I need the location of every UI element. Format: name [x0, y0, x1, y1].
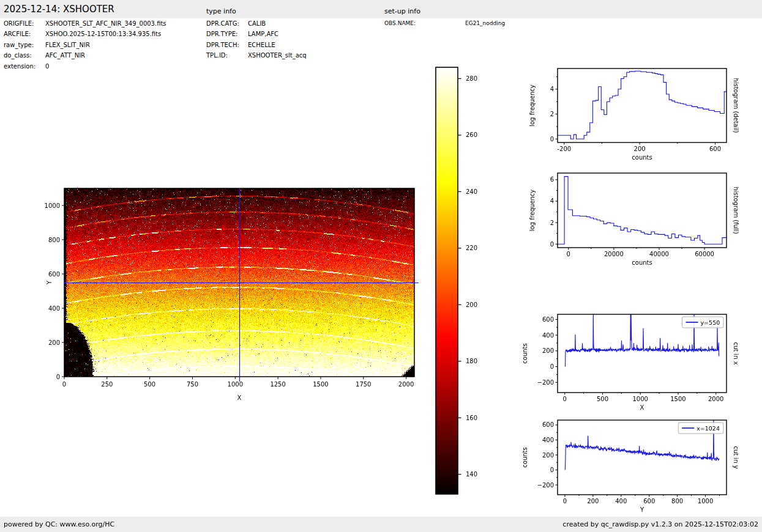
axis-text: 600	[709, 146, 721, 152]
meta-value: AFC_ATT_NIR	[45, 52, 85, 59]
meta-label: DPR.CATG:	[206, 20, 239, 27]
meta-label: extension:	[4, 63, 35, 70]
meta-label: DPR.TYPE:	[206, 31, 237, 37]
data-line	[558, 71, 727, 139]
axis-text: 140	[466, 471, 477, 478]
type-info-header: type info	[206, 7, 236, 15]
axis-text: 180	[466, 358, 477, 364]
meta-value: XSHOOTER_slt_acq	[248, 52, 307, 59]
axis-text: 400	[615, 498, 627, 504]
axis-text: 280	[466, 75, 477, 82]
meta-label: ORIGFILE:	[4, 20, 34, 27]
axis-text: histogram (detail)	[733, 78, 739, 133]
axis-text: 600	[542, 316, 554, 323]
data-line	[565, 418, 719, 470]
qc-report-page: 2025-12-14: XSHOOTER type info set-up in…	[0, 0, 762, 532]
axis-text: 0	[550, 363, 554, 370]
axis-text: log frequency	[529, 190, 536, 232]
axis-text: 400	[542, 332, 554, 339]
plot-histogram-full: 02000040000600000246countslog frequencyh…	[529, 173, 739, 266]
axis-text: 200	[542, 452, 554, 459]
axis-text: 750	[187, 381, 198, 388]
axis-text: 800	[671, 498, 683, 504]
meta-label: ARCFILE:	[4, 31, 31, 37]
axis-text: 2	[550, 220, 554, 226]
axis-text: 200	[634, 146, 646, 152]
axis-text: 1000	[228, 381, 243, 388]
axis-text: 1000	[45, 202, 60, 209]
axis-text: 200	[48, 339, 60, 346]
axis-text: 0	[550, 136, 554, 142]
axis-text: 1500	[313, 381, 328, 388]
setup-info-header: set-up info	[384, 7, 420, 15]
axis-text: histogram (full)	[733, 187, 739, 234]
axis-text: 2000	[708, 396, 723, 402]
axis-text: 250	[101, 381, 113, 388]
axis-text: counts	[521, 343, 528, 363]
axis-text: 0	[567, 251, 570, 257]
axis-text: 240	[466, 188, 477, 195]
axis-text: 1000	[632, 396, 648, 402]
meta-label: OBS.NAME:	[384, 20, 416, 26]
axis-text: 500	[144, 381, 155, 388]
axis-text: 1500	[670, 396, 685, 402]
axis-text: cut in y	[733, 446, 739, 468]
axis-text: 0	[56, 374, 60, 380]
axis-text: log frequency	[529, 84, 536, 127]
axis-text: 800	[48, 237, 60, 243]
meta-label: DPR.TECH:	[206, 42, 239, 48]
header-bar: 2025-12-14: XSHOOTER type info set-up in…	[0, 0, 762, 18]
axis-text: 160	[466, 415, 477, 421]
axis-text: 20000	[604, 251, 624, 257]
axis-text: y=550	[701, 319, 720, 326]
axis-text: 0	[62, 381, 66, 388]
axis-text: 1250	[270, 381, 285, 388]
axis-text: 40000	[649, 251, 669, 257]
axis-text: 1000	[698, 498, 713, 504]
page-title: 2025-12-14: XSHOOTER	[4, 4, 114, 15]
meta-label: TPL.ID:	[206, 52, 228, 59]
axis-text: X	[237, 394, 242, 401]
axis-text: 600	[643, 498, 655, 504]
legend: x=1024	[678, 423, 723, 434]
axis-text: 260	[466, 131, 477, 138]
axis-text: X	[640, 404, 644, 411]
axis-text: −200	[537, 379, 554, 386]
axis-text: 6	[550, 176, 554, 183]
plot-histogram-detail: -200200600024countslog frequencyhistogra…	[529, 68, 739, 161]
meta-value: CALIB	[248, 20, 266, 27]
meta-label: do_class:	[4, 52, 32, 59]
axis-text: 220	[466, 245, 477, 251]
axis-text: 600	[48, 271, 60, 278]
axis-text: 600	[542, 421, 554, 428]
data-line	[558, 177, 727, 245]
axis-text: 0	[563, 396, 567, 402]
axis-text: 2000	[398, 381, 414, 388]
meta-value: XSHOO.2025-12-15T00:13:34.935.fits	[45, 31, 161, 37]
axis-text: 1750	[356, 381, 371, 388]
axis-text: 200	[587, 498, 599, 504]
axis-text: 200	[542, 347, 554, 354]
footer-credit-qc: powered by QC: www.eso.org/HC	[4, 520, 114, 528]
meta-value: EG21_nodding	[465, 20, 505, 26]
meta-value: 0	[45, 63, 49, 70]
axis-text: cut in x	[733, 342, 739, 364]
axis-text: 400	[542, 437, 554, 443]
axis-text: -200	[557, 146, 571, 152]
plot-cut-in-y: 02004006008001000−2000200400600Ycountscu…	[521, 418, 739, 513]
legend: y=550	[682, 317, 724, 328]
axis-text: Y	[46, 280, 53, 285]
axis-text: counts	[632, 154, 652, 161]
main-image-canvas	[64, 188, 414, 377]
axis-text: 0	[550, 241, 554, 248]
axis-text: counts	[632, 259, 652, 266]
axis-text: −200	[537, 482, 554, 489]
axis-text: 500	[597, 396, 608, 402]
footer-created-by: created by qc_rawdisp.py v1.2.3 on 2025-…	[562, 520, 758, 528]
meta-value: LAMP,AFC	[248, 31, 278, 37]
axis-text: 60000	[695, 251, 714, 257]
axis-text: x=1024	[697, 425, 720, 432]
meta-label: raw_type:	[4, 42, 34, 48]
meta-value: FLEX_SLIT_NIR	[45, 42, 90, 48]
axis-text: 2	[550, 111, 554, 117]
